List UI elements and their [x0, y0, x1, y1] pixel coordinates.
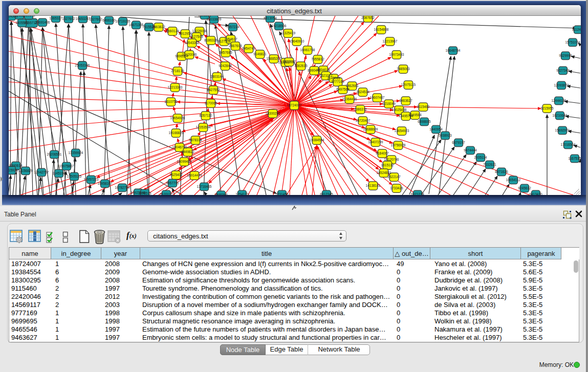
- svg-text:6466160: 6466160: [102, 18, 116, 22]
- svg-text:10046786: 10046786: [172, 145, 187, 149]
- svg-text:14120746: 14120746: [384, 158, 399, 161]
- svg-text:16914479: 16914479: [187, 173, 202, 177]
- svg-text:1196513: 1196513: [139, 191, 151, 195]
- svg-text:2522147: 2522147: [387, 175, 401, 179]
- svg-text:8812345: 8812345: [320, 192, 333, 195]
- svg-text:6879197: 6879197: [452, 141, 465, 144]
- svg-text:17957223: 17957223: [84, 178, 99, 181]
- svg-text:2718176: 2718176: [171, 69, 184, 73]
- svg-text:14099489: 14099489: [177, 160, 192, 163]
- svg-text:2803144: 2803144: [210, 75, 224, 78]
- svg-text:17016504: 17016504: [561, 143, 576, 146]
- svg-text:1167535: 1167535: [569, 157, 581, 160]
- svg-text:7632621: 7632621: [483, 163, 496, 166]
- svg-text:5878334: 5878334: [189, 138, 202, 142]
- svg-text:9413420: 9413420: [529, 192, 542, 195]
- svg-text:9115460: 9115460: [417, 105, 430, 108]
- svg-text:11156829: 11156829: [18, 169, 33, 172]
- svg-text:10653287: 10653287: [76, 17, 91, 20]
- svg-text:2087652: 2087652: [361, 16, 375, 19]
- svg-text:7625402: 7625402: [169, 173, 183, 177]
- svg-text:8471626: 8471626: [495, 170, 508, 173]
- svg-text:1527602: 1527602: [89, 17, 102, 21]
- svg-text:1145194: 1145194: [53, 171, 66, 175]
- svg-text:9146821: 9146821: [253, 52, 267, 56]
- svg-text:15885207: 15885207: [267, 57, 281, 60]
- svg-text:9120117: 9120117: [160, 192, 173, 195]
- svg-text:16210643: 16210643: [553, 114, 568, 117]
- svg-text:19756928: 19756928: [391, 143, 406, 147]
- svg-text:8454749: 8454749: [242, 47, 255, 50]
- svg-text:12213967: 12213967: [383, 39, 398, 43]
- svg-text:15751074: 15751074: [565, 40, 580, 44]
- svg-text:10719155: 10719155: [116, 19, 130, 23]
- svg-text:7357224: 7357224: [226, 25, 239, 29]
- svg-text:19975867: 19975867: [59, 164, 74, 168]
- svg-text:19654928: 19654928: [170, 116, 185, 120]
- svg-text:6497568: 6497568: [336, 87, 350, 91]
- svg-text:16648784: 16648784: [446, 49, 461, 52]
- svg-text:12444136: 12444136: [552, 99, 567, 102]
- svg-text:9245612: 9245612: [518, 186, 531, 190]
- svg-text:9463627: 9463627: [399, 99, 412, 102]
- svg-text:8267110: 8267110: [200, 114, 212, 117]
- svg-text:10973493: 10973493: [389, 53, 404, 56]
- svg-text:10543362: 10543362: [185, 41, 200, 45]
- svg-text:18724007: 18724007: [287, 103, 302, 107]
- svg-text:9184067: 9184067: [376, 151, 389, 155]
- svg-text:1954637: 1954637: [224, 37, 237, 41]
- svg-text:8660124: 8660124: [166, 29, 179, 33]
- svg-text:12213383: 12213383: [168, 85, 183, 89]
- svg-text:10025438: 10025438: [392, 108, 407, 112]
- svg-text:1733426: 1733426: [390, 186, 403, 190]
- svg-text:5938923: 5938923: [439, 134, 452, 137]
- svg-text:2231456: 2231456: [275, 192, 289, 195]
- svg-text:19384554: 19384554: [310, 138, 324, 142]
- svg-text:19218506: 19218506: [272, 24, 287, 28]
- svg-text:9242848: 9242848: [219, 64, 232, 68]
- svg-text:12975115: 12975115: [401, 83, 416, 86]
- svg-text:1603380: 1603380: [198, 16, 211, 17]
- svg-text:1112406: 1112406: [572, 28, 581, 31]
- svg-text:16033809: 16033809: [207, 17, 222, 21]
- svg-text:9657791: 9657791: [166, 181, 179, 185]
- svg-text:10958107: 10958107: [98, 182, 113, 185]
- svg-text:1610755: 1610755: [164, 100, 178, 103]
- svg-text:15692971: 15692971: [555, 128, 570, 132]
- svg-text:1349584: 1349584: [408, 113, 422, 117]
- svg-text:1170065: 1170065: [205, 101, 217, 105]
- svg-text:16671355: 16671355: [129, 23, 144, 27]
- svg-text:1405571: 1405571: [15, 21, 29, 25]
- svg-text:20691406: 20691406: [35, 20, 50, 24]
- svg-text:1440954: 1440954: [429, 127, 443, 131]
- svg-text:1065327: 1065327: [49, 16, 62, 20]
- svg-text:22420046: 22420046: [182, 53, 197, 56]
- svg-text:9846396: 9846396: [214, 193, 228, 195]
- svg-text:10688609: 10688609: [363, 127, 378, 131]
- svg-text:15640910: 15640910: [290, 39, 304, 43]
- svg-text:2867608: 2867608: [229, 44, 242, 48]
- svg-text:7955812: 7955812: [311, 57, 324, 61]
- svg-text:11325419: 11325419: [281, 31, 296, 35]
- svg-text:3624534: 3624534: [356, 90, 369, 94]
- svg-text:13716465: 13716465: [197, 185, 212, 188]
- svg-text:17359924: 17359924: [69, 151, 83, 155]
- svg-text:12353594: 12353594: [196, 125, 211, 129]
- svg-text:6671234: 6671234: [411, 192, 424, 195]
- svg-text:21364436: 21364436: [342, 97, 357, 101]
- svg-text:3215955: 3215955: [540, 106, 554, 110]
- svg-text:1362615: 1362615: [294, 64, 308, 68]
- svg-text:8590614: 8590614: [9, 164, 23, 167]
- svg-text:16154808: 16154808: [374, 28, 389, 31]
- svg-text:10654112: 10654112: [506, 178, 521, 182]
- svg-text:9227343: 9227343: [556, 69, 570, 72]
- svg-text:9329996: 9329996: [559, 54, 572, 57]
- svg-text:1054123: 1054123: [235, 192, 249, 195]
- svg-text:6734024: 6734024: [317, 68, 330, 72]
- svg-text:19166825: 19166825: [169, 131, 184, 135]
- svg-text:14524851: 14524851: [377, 171, 391, 174]
- svg-text:18407299: 18407299: [368, 140, 383, 144]
- svg-text:2145063: 2145063: [327, 76, 340, 80]
- svg-text:12505115: 12505115: [67, 174, 82, 178]
- svg-text:6216049: 6216049: [382, 102, 396, 105]
